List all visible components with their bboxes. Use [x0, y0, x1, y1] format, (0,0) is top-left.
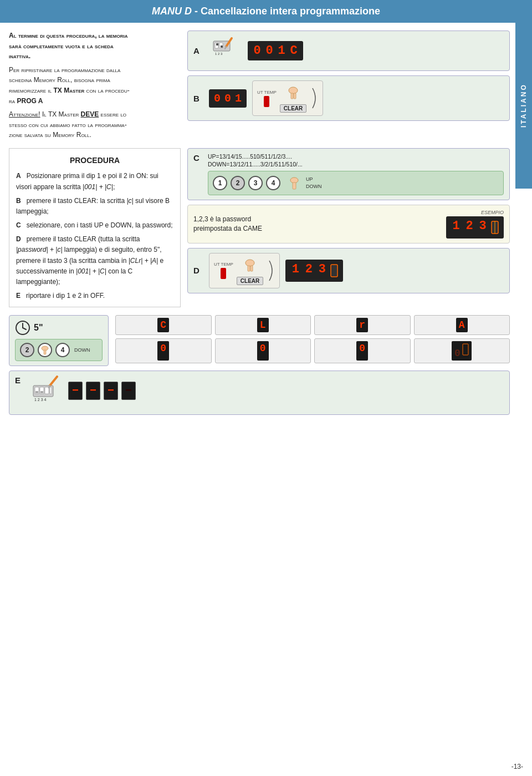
procedure-box: PROCEDURA A Posizionare prima il dip 1 e… [9, 148, 181, 307]
svg-point-15 [245, 260, 254, 266]
clr-cell-4: A [414, 315, 510, 335]
section-a-row: A 1 2 3 0 0 [187, 31, 510, 71]
italiano-label: ITALIANO [520, 83, 528, 128]
section-b-ut-temp-clear: UT TEMP CLEAR [252, 80, 323, 116]
header-title-prefix: MANU D [152, 6, 192, 17]
btn-3: 3 [248, 176, 263, 190]
btn-2: 2 [231, 176, 245, 190]
screwdriver-illus: 1 2 3 [209, 35, 242, 66]
svg-rect-16 [248, 266, 250, 271]
section-c-label: C [193, 153, 203, 163]
down-btn-2: 2 [20, 343, 34, 357]
procedure-title: PROCEDURA [16, 154, 173, 166]
seg-digit-1: 0 [264, 44, 274, 58]
svg-rect-29 [50, 387, 52, 394]
svg-rect-4 [221, 45, 223, 48]
d-hand-icon [241, 256, 260, 276]
seg-digit-0: 0 [252, 44, 262, 58]
timer-area: 5" 2 4 DOWN [9, 315, 109, 366]
svg-rect-10 [294, 93, 296, 99]
hand-press-icon [284, 84, 303, 103]
svg-point-8 [289, 87, 298, 94]
down-text: DOWN=13/12/11.....3/2/1/511/510/... [208, 161, 504, 168]
intro-text-block: Al termine di questa procedura, la memor… [9, 31, 181, 140]
section-b-display: 0 0 1 [209, 89, 247, 108]
timer-seconds: 5" [34, 323, 43, 333]
ut-temp-label: UT TEMP [257, 90, 277, 95]
clear-button-area: CLEAR [280, 84, 306, 113]
seg-digit-c: C [289, 44, 299, 58]
clr-a-row: C L r A [115, 315, 510, 335]
section-b-label: B [193, 94, 203, 103]
d-red-indicator [221, 268, 226, 279]
clr-cell-2: L [215, 315, 311, 335]
down-btn-3 [38, 343, 52, 357]
down-buttons: 2 4 DOWN [15, 339, 103, 361]
section-d-row: D UT TEMP CLEAR [187, 248, 510, 293]
down-btn-4: 4 [55, 343, 70, 357]
clr-cell-3: r [314, 315, 411, 335]
svg-rect-31 [40, 391, 43, 393]
up-down-labels: UP DOWN [306, 176, 322, 190]
svg-rect-18 [331, 265, 337, 277]
d-password-display: 1 2 3 [285, 260, 343, 282]
down-label: DOWN [74, 347, 90, 353]
e-screwdriver-icon: 1 2 3 4 [30, 376, 64, 406]
section-e-row: E 1 2 3 4 − [9, 371, 510, 415]
header-separator: - [192, 6, 201, 17]
section-e-label: E [15, 376, 25, 385]
section-a-display: 0 0 1 C [248, 41, 303, 60]
d-clear-area: CLEAR [237, 256, 263, 285]
svg-rect-28 [45, 387, 49, 394]
ab-panels: A 1 2 3 0 0 [187, 31, 510, 140]
section-d-label: D [193, 266, 203, 275]
svg-rect-9 [291, 93, 293, 99]
section-b-row: B 0 0 1 UT TEMP [187, 75, 510, 121]
arc-decoration [310, 87, 318, 109]
password-display: 1 2 3 [446, 216, 504, 239]
section-d-ut-temp-clear: UT TEMP CLEAR [209, 253, 280, 288]
svg-rect-24 [463, 344, 468, 355]
d-arc-decoration [267, 260, 275, 282]
finger-press-icon [286, 175, 303, 191]
header: MANU D - Cancellazione intera programmaz… [0, 0, 532, 23]
red-indicator [264, 96, 269, 107]
svg-rect-23 [44, 350, 46, 354]
btn-4: 4 [266, 176, 280, 190]
clr-cell-1: C [115, 315, 212, 335]
finger-on-3 [39, 344, 50, 356]
section-a-label: A [193, 46, 203, 55]
clr-displays: C L r A [115, 315, 510, 363]
screwdriver-icon: 1 2 3 [211, 35, 241, 66]
page-number: -13- [511, 763, 523, 770]
zero-cell-1: 0 [115, 338, 212, 363]
zero-cell-4: 0 [414, 338, 510, 363]
cd-panels: C UP=13/14/15.....510/511/1/2/3.... DOWN… [187, 148, 510, 307]
section-c-row: C UP=13/14/15.....510/511/1/2/3.... DOWN… [187, 148, 510, 200]
zero-row: 0 0 0 0 [115, 338, 510, 363]
svg-rect-17 [250, 266, 253, 271]
d-blink-indicator [330, 262, 339, 279]
password-label-text: 1,2,3 è la password preimpostata da CAME [193, 215, 282, 234]
svg-text:1 2 3: 1 2 3 [215, 52, 223, 55]
timer-row: 5" [15, 320, 103, 336]
svg-line-33 [50, 377, 57, 386]
section-b-ut-area: 0 0 1 [209, 89, 247, 108]
header-title: MANU D - Cancellazione intera programmaz… [152, 6, 380, 17]
ut-temp-red-block: UT TEMP [257, 90, 277, 107]
b-digit-0: 0 [213, 92, 222, 105]
blink-indicator [490, 219, 499, 236]
svg-point-11 [290, 177, 298, 183]
zero-cell-2: 0 [215, 338, 311, 363]
timer-section: 5" 2 4 DOWN [9, 315, 510, 366]
num-buttons-row: 1 2 3 4 UP DOWN [208, 171, 504, 195]
section-e-dip: 1 2 3 4 − − − − [30, 376, 136, 406]
svg-rect-30 [35, 391, 38, 393]
d-clear-label: CLEAR [237, 277, 263, 285]
zero-cell-3: 0 [314, 338, 411, 363]
clear-label: CLEAR [280, 104, 306, 113]
header-title-suffix: Cancellazione intera programmazione [201, 6, 380, 17]
clock-icon [15, 320, 30, 336]
btn-1: 1 [213, 176, 227, 190]
b-digit-1: 0 [223, 92, 232, 105]
